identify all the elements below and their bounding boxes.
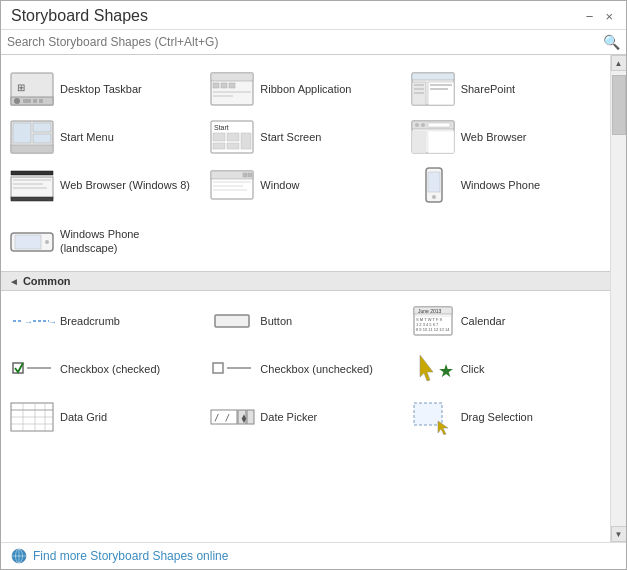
- shape-item-drag-selection[interactable]: Drag Selection: [406, 393, 606, 441]
- label-web-browser: Web Browser: [461, 130, 527, 144]
- label-sharepoint: SharePoint: [461, 82, 515, 96]
- shape-item-web-browser-win8[interactable]: Web Browser (Windows 8): [5, 161, 205, 209]
- storyboard-shapes-panel: Storyboard Shapes − × 🔍: [0, 0, 627, 570]
- svg-rect-26: [33, 123, 51, 132]
- svg-rect-42: [11, 171, 53, 175]
- shape-item-calendar[interactable]: June 2013 S M T W T F S 1 2 3 4 5 6 7 8 …: [406, 297, 606, 345]
- svg-rect-44: [11, 197, 53, 201]
- svg-text:/ /: / /: [214, 413, 230, 423]
- svg-rect-21: [430, 84, 452, 86]
- svg-rect-18: [414, 84, 424, 86]
- svg-rect-51: [248, 173, 252, 177]
- shape-item-data-grid[interactable]: Data Grid: [5, 393, 205, 441]
- label-ribbon-application: Ribbon Application: [260, 82, 351, 96]
- shape-icon-checkbox-unchecked: [209, 351, 255, 387]
- svg-rect-32: [213, 143, 225, 149]
- shape-icon-click: ★: [410, 351, 456, 387]
- label-click: Click: [461, 362, 485, 376]
- svg-rect-12: [213, 91, 251, 93]
- svg-rect-8: [211, 73, 253, 81]
- shape-icon-web-browser-win8: [9, 167, 55, 203]
- svg-rect-3: [23, 99, 31, 103]
- shape-item-windows-phone[interactable]: Windows Phone: [406, 161, 606, 209]
- shape-icon-calendar: June 2013 S M T W T F S 1 2 3 4 5 6 7 8 …: [410, 303, 456, 339]
- svg-point-38: [421, 123, 425, 127]
- shape-icon-drag-selection: [410, 399, 456, 435]
- shape-item-sharepoint[interactable]: SharePoint: [406, 65, 606, 113]
- shape-item-checkbox-checked[interactable]: Checkbox (checked): [5, 345, 205, 393]
- svg-rect-5: [39, 99, 43, 103]
- content-area: ⊞ Desktop Taskbar: [1, 55, 626, 542]
- shape-item-button[interactable]: Button: [205, 297, 405, 345]
- shape-icon-windows-phone-landscape: [9, 223, 55, 259]
- shape-item-desktop-taskbar[interactable]: ⊞ Desktop Taskbar: [5, 65, 205, 113]
- section-header-common: ◄ Common: [1, 271, 610, 291]
- svg-rect-91: [247, 410, 254, 424]
- scrollbar: ▲ ▼: [610, 55, 626, 542]
- svg-rect-20: [414, 92, 424, 94]
- shape-item-windows-phone-landscape[interactable]: Windows Phone (landscape): [5, 217, 203, 265]
- svg-marker-93: [438, 421, 448, 435]
- shape-item-breadcrumb[interactable]: → → Breadcrumb: [5, 297, 205, 345]
- svg-rect-41: [428, 131, 454, 153]
- title-bar-actions: − ×: [583, 10, 616, 23]
- svg-text:→: →: [24, 317, 33, 327]
- label-data-grid: Data Grid: [60, 410, 107, 424]
- label-desktop-taskbar: Desktop Taskbar: [60, 82, 142, 96]
- top-shapes-grid: ⊞ Desktop Taskbar: [1, 59, 610, 215]
- label-breadcrumb: Breadcrumb: [60, 314, 120, 328]
- scrollbar-up-button[interactable]: ▲: [611, 55, 627, 71]
- svg-rect-46: [13, 183, 43, 185]
- svg-rect-31: [227, 133, 239, 141]
- svg-rect-65: [215, 315, 249, 327]
- panel-title: Storyboard Shapes: [11, 7, 148, 25]
- label-date-picker: Date Picker: [260, 410, 317, 424]
- svg-rect-40: [412, 131, 426, 153]
- scrollbar-thumb[interactable]: [612, 75, 626, 135]
- shape-item-web-browser[interactable]: Web Browser: [406, 113, 606, 161]
- shape-icon-windows-phone: [410, 167, 456, 203]
- svg-rect-22: [430, 88, 448, 90]
- shape-item-checkbox-unchecked[interactable]: Checkbox (unchecked): [205, 345, 405, 393]
- svg-rect-59: [15, 235, 41, 249]
- svg-rect-50: [243, 173, 247, 177]
- find-more-link[interactable]: Find more Storyboard Shapes online: [33, 549, 228, 563]
- svg-text:★: ★: [438, 361, 454, 381]
- svg-rect-34: [241, 133, 251, 149]
- footer-globe-icon: [11, 548, 27, 564]
- shape-icon-web-browser: [410, 119, 456, 155]
- shape-icon-start-screen: Start: [209, 119, 255, 155]
- svg-rect-52: [213, 181, 251, 183]
- svg-rect-27: [33, 134, 51, 143]
- common-shapes-grid: → → Breadcrumb Button: [1, 291, 610, 447]
- section-label-common: Common: [23, 275, 71, 287]
- svg-rect-47: [13, 187, 47, 189]
- svg-rect-19: [414, 88, 424, 90]
- label-calendar: Calendar: [461, 314, 506, 328]
- svg-rect-53: [213, 185, 243, 187]
- shape-item-ribbon-application[interactable]: Ribbon Application: [205, 65, 405, 113]
- svg-text:⊞: ⊞: [17, 82, 25, 93]
- svg-point-57: [432, 195, 436, 199]
- svg-text:→: →: [48, 317, 55, 327]
- shape-item-start-menu[interactable]: Start Menu: [5, 113, 205, 161]
- label-checkbox-checked: Checkbox (checked): [60, 362, 160, 376]
- label-windows-phone: Windows Phone: [461, 178, 541, 192]
- svg-rect-39: [428, 123, 450, 127]
- svg-marker-77: [420, 355, 433, 381]
- shape-item-date-picker[interactable]: / / ▲ ▼ Date Picker: [205, 393, 405, 441]
- search-input[interactable]: [7, 35, 603, 49]
- shape-icon-desktop-taskbar: ⊞: [9, 71, 55, 107]
- shape-item-start-screen[interactable]: Start Start Screen: [205, 113, 405, 161]
- shape-icon-ribbon-application: [209, 71, 255, 107]
- windows-phone-landscape-row: Windows Phone (landscape): [1, 215, 610, 271]
- title-bar: Storyboard Shapes − ×: [1, 1, 626, 30]
- shape-item-window[interactable]: Window: [205, 161, 405, 209]
- shape-item-click[interactable]: ★ Click: [406, 345, 606, 393]
- close-button[interactable]: ×: [602, 10, 616, 23]
- shape-icon-date-picker: / / ▲ ▼: [209, 399, 255, 435]
- svg-rect-30: [213, 133, 225, 141]
- scrollbar-down-button[interactable]: ▼: [611, 526, 627, 542]
- svg-point-60: [45, 240, 49, 244]
- pin-button[interactable]: −: [583, 10, 597, 23]
